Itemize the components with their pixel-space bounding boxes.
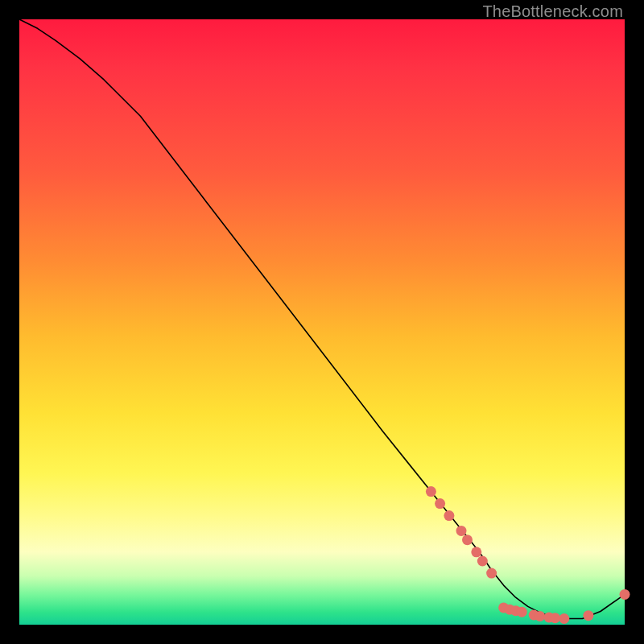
data-point bbox=[456, 526, 467, 536]
curve-path bbox=[19, 19, 625, 619]
data-point bbox=[444, 510, 454, 521]
data-point bbox=[471, 547, 481, 557]
data-point bbox=[435, 498, 445, 509]
chart-svg bbox=[19, 19, 625, 625]
plot-area bbox=[19, 19, 625, 625]
data-point bbox=[462, 535, 473, 545]
chart-frame: TheBottleneck.com bbox=[0, 0, 644, 644]
source-watermark: TheBottleneck.com bbox=[482, 2, 623, 21]
marker-group bbox=[426, 486, 630, 624]
data-point bbox=[535, 611, 545, 621]
data-point bbox=[559, 613, 569, 624]
data-point bbox=[477, 556, 488, 567]
data-point bbox=[426, 486, 436, 497]
data-point bbox=[583, 610, 593, 621]
data-point bbox=[486, 568, 497, 579]
data-point bbox=[550, 613, 560, 623]
data-point bbox=[517, 607, 527, 617]
data-point bbox=[620, 589, 630, 600]
